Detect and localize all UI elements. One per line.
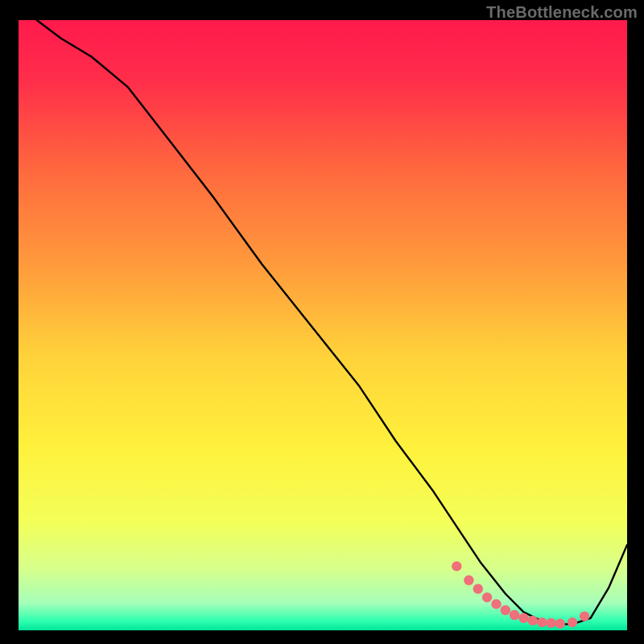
marker-dot bbox=[568, 617, 577, 627]
plot-background bbox=[19, 20, 627, 630]
marker-dot bbox=[546, 618, 555, 628]
marker-dot bbox=[580, 611, 589, 621]
marker-dot bbox=[537, 617, 547, 627]
marker-dot bbox=[510, 610, 519, 620]
marker-dot bbox=[528, 616, 538, 625]
marker-dot bbox=[518, 613, 528, 623]
marker-dot bbox=[491, 599, 501, 609]
marker-dot bbox=[555, 619, 565, 629]
watermark-text: TheBottleneck.com bbox=[486, 3, 638, 22]
marker-dot bbox=[482, 592, 492, 602]
marker-dot bbox=[452, 561, 461, 571]
marker-dot bbox=[501, 605, 510, 615]
chart-stage: TheBottleneck.com bbox=[0, 0, 644, 644]
marker-dot bbox=[473, 584, 483, 593]
marker-dot bbox=[464, 576, 473, 585]
chart-svg bbox=[0, 0, 644, 644]
